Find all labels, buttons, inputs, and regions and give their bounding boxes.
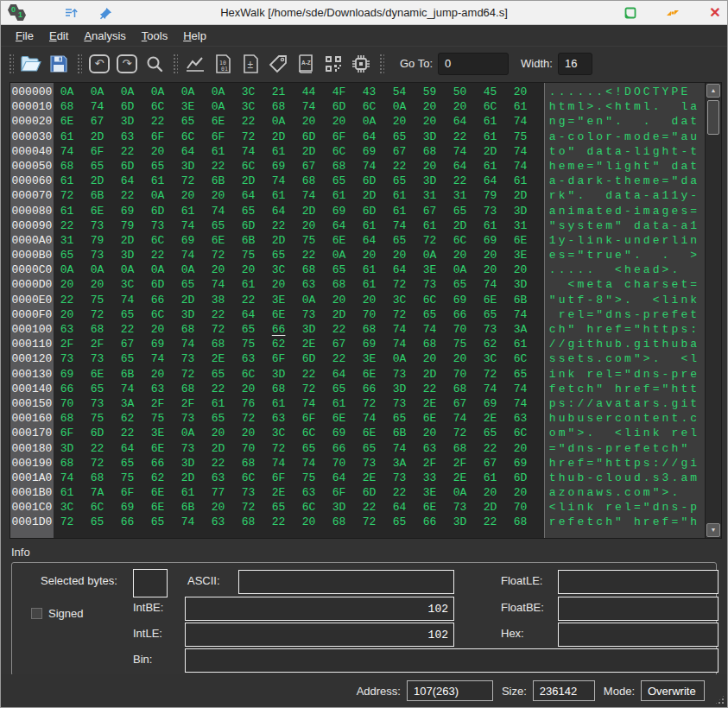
byte-cell[interactable]: 74 bbox=[212, 277, 230, 292]
byte-cell[interactable]: 67 bbox=[302, 159, 320, 174]
byte-cell[interactable]: 61 bbox=[514, 174, 532, 188]
byte-cell[interactable]: 65 bbox=[393, 174, 411, 188]
byte-cell[interactable]: 65 bbox=[423, 307, 441, 322]
byte-cell[interactable]: 72 bbox=[363, 515, 381, 529]
byte-cell[interactable]: 6E bbox=[212, 233, 230, 248]
byte-cell[interactable]: 65 bbox=[393, 130, 411, 144]
byte-cell[interactable]: 2F bbox=[423, 456, 441, 471]
menu-analysis[interactable]: Analysis bbox=[76, 28, 133, 44]
byte-cell[interactable]: 74 bbox=[393, 441, 411, 456]
ascii-column[interactable]: ......<!DOCTYPE html>.<html. lang="en". … bbox=[544, 83, 705, 538]
byte-cell[interactable]: 20 bbox=[484, 262, 502, 277]
byte-cell[interactable]: 70 bbox=[332, 456, 351, 471]
byte-cell[interactable]: 6E bbox=[151, 500, 169, 515]
byte-cell[interactable]: 74 bbox=[514, 382, 532, 396]
hex-row[interactable]: 66657463682220687265663D22687474 bbox=[60, 382, 544, 396]
byte-cell[interactable]: 73 bbox=[151, 218, 169, 233]
signed-checkbox[interactable] bbox=[31, 608, 42, 619]
byte-cell[interactable]: 74 bbox=[121, 293, 139, 307]
byte-cell[interactable]: 65 bbox=[363, 441, 381, 456]
scroll-down-icon[interactable]: ▼ bbox=[706, 523, 720, 537]
byte-cell[interactable]: 2D bbox=[453, 218, 472, 233]
byte-cell[interactable]: 22 bbox=[121, 188, 139, 203]
byte-cell[interactable]: 70 bbox=[514, 500, 532, 515]
byte-cell[interactable]: 61 bbox=[363, 218, 381, 233]
byte-cell[interactable]: 2D bbox=[91, 174, 109, 188]
byte-cell[interactable]: 20 bbox=[423, 351, 441, 366]
byte-cell[interactable]: 73 bbox=[181, 351, 199, 366]
byte-cell[interactable]: 6F bbox=[121, 485, 139, 500]
byte-cell[interactable]: 6E bbox=[151, 441, 169, 456]
intbe-field[interactable] bbox=[185, 597, 454, 621]
hex-field[interactable] bbox=[558, 623, 719, 647]
byte-cell[interactable]: 6E bbox=[423, 411, 441, 426]
byte-cell[interactable]: 74 bbox=[302, 396, 320, 411]
byte-cell[interactable]: 2E bbox=[212, 351, 230, 366]
byte-cell[interactable]: 0A bbox=[181, 85, 199, 99]
menu-file[interactable]: File bbox=[8, 28, 41, 44]
byte-cell[interactable]: 3E bbox=[151, 426, 169, 440]
byte-cell[interactable]: 0A bbox=[302, 293, 320, 307]
byte-cell[interactable]: 20 bbox=[453, 248, 472, 262]
hex-row[interactable]: 617A6F6E6177732E636F6D223E0A2020 bbox=[60, 485, 544, 500]
byte-cell[interactable]: 64 bbox=[332, 471, 351, 485]
byte-cell[interactable]: 20 bbox=[453, 99, 472, 114]
byte-cell[interactable]: 73 bbox=[393, 471, 411, 485]
byte-cell[interactable]: 20 bbox=[423, 99, 441, 114]
byte-cell[interactable]: 22 bbox=[60, 293, 79, 307]
byte-cell[interactable]: 6F bbox=[332, 130, 351, 144]
byte-cell[interactable]: 61 bbox=[181, 204, 199, 218]
byte-cell[interactable]: 62 bbox=[272, 337, 290, 351]
byte-cell[interactable]: 6F bbox=[60, 426, 79, 440]
byte-cell[interactable]: 20 bbox=[484, 248, 502, 262]
byte-cell[interactable]: 66 bbox=[151, 293, 169, 307]
byte-cell[interactable]: 6F bbox=[272, 471, 290, 485]
byte-cell[interactable]: 66 bbox=[151, 456, 169, 471]
byte-cell[interactable]: 61 bbox=[363, 262, 381, 277]
byte-cell[interactable]: 68 bbox=[332, 277, 351, 292]
byte-cell[interactable]: 6C bbox=[514, 351, 532, 366]
byte-cell[interactable]: 68 bbox=[181, 382, 199, 396]
byte-cell[interactable]: 61 bbox=[332, 396, 351, 411]
hex-row[interactable]: 68656D653D226C696768742220646174 bbox=[60, 159, 544, 174]
byte-cell[interactable]: 6E bbox=[332, 233, 351, 248]
byte-cell[interactable]: 22 bbox=[121, 322, 139, 337]
byte-cell[interactable]: 0A bbox=[272, 114, 290, 129]
byte-cell[interactable]: 6E bbox=[272, 307, 290, 322]
byte-cell[interactable]: 65 bbox=[151, 515, 169, 529]
byte-cell[interactable]: 0A bbox=[151, 262, 169, 277]
ascii-row[interactable]: azonaws.com">. bbox=[549, 485, 705, 500]
byte-cell[interactable]: 68 bbox=[60, 99, 79, 114]
byte-cell[interactable]: 61 bbox=[423, 218, 441, 233]
byte-cell[interactable]: 68 bbox=[91, 471, 109, 485]
ascii-row[interactable]: <link rel="dns-p bbox=[549, 500, 705, 515]
byte-cell[interactable]: 31 bbox=[60, 233, 79, 248]
byte-cell[interactable]: 6C bbox=[91, 500, 109, 515]
byte-cell[interactable]: 20 bbox=[212, 500, 230, 515]
byte-cell[interactable]: 65 bbox=[181, 277, 199, 292]
byte-cell[interactable]: 0A bbox=[453, 262, 472, 277]
byte-cell[interactable]: 62 bbox=[151, 471, 169, 485]
byte-cell[interactable]: 61 bbox=[514, 99, 532, 114]
byte-cell[interactable]: 74 bbox=[514, 159, 532, 174]
byte-cell[interactable]: 70 bbox=[242, 441, 260, 456]
byte-cell[interactable]: 65 bbox=[453, 204, 472, 218]
byte-cell[interactable]: 65 bbox=[484, 307, 502, 322]
byte-cell[interactable]: 61 bbox=[363, 277, 381, 292]
byte-cell[interactable]: 61 bbox=[484, 159, 502, 174]
byte-cell[interactable]: 74 bbox=[242, 144, 260, 159]
byte-cell[interactable]: 64 bbox=[484, 174, 502, 188]
byte-cell[interactable]: 63 bbox=[121, 130, 139, 144]
byte-cell[interactable]: 74 bbox=[453, 411, 472, 426]
byte-cell[interactable]: 79 bbox=[484, 188, 502, 203]
byte-cell[interactable]: 6B bbox=[181, 500, 199, 515]
byte-cell[interactable]: 65 bbox=[272, 500, 290, 515]
hex-row[interactable]: 726B220A2020646174612D613131792D bbox=[60, 188, 544, 203]
byte-cell[interactable]: 75 bbox=[151, 411, 169, 426]
ascii-row[interactable]: refetch" href="h bbox=[549, 515, 705, 529]
byte-cell[interactable]: 20 bbox=[242, 426, 260, 440]
byte-cell[interactable]: 2D bbox=[212, 441, 230, 456]
byte-cell[interactable]: 74 bbox=[60, 144, 79, 159]
byte-cell[interactable]: 22 bbox=[484, 515, 502, 529]
byte-cell[interactable]: 72 bbox=[272, 441, 290, 456]
